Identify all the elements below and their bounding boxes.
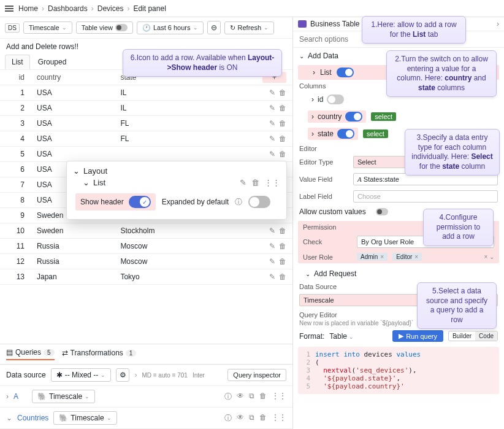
code-mode[interactable]: Code [475,331,497,341]
trash-icon[interactable]: 🗑 [279,257,286,266]
tab-transformations[interactable]: ⇄ Transformations 1 [62,349,137,360]
ds-settings-icon[interactable]: ⚙ [116,368,129,382]
list-field: List [320,68,332,77]
edit-icon[interactable]: ✎ [269,88,275,97]
info-icon[interactable]: ⓘ [235,197,242,207]
query-key-countries[interactable]: Countries [17,414,48,422]
chevron-down-icon[interactable]: ⌄ [83,178,90,187]
edit-icon[interactable]: ✎ [269,226,275,235]
callout-1: 1.Here: allow to add a row for the List … [362,16,466,44]
popup-list[interactable]: List [93,178,105,187]
chevron-right-icon[interactable]: › [311,112,314,121]
trash-icon[interactable]: 🗑 [279,226,286,235]
popup-layout[interactable]: Layout [83,166,107,176]
table-row: 5USA✎🗑 [0,147,292,162]
chevron-right-icon[interactable]: › [497,20,499,28]
add-request-section[interactable]: Add Request [314,269,356,278]
query-key-a[interactable]: A [13,392,18,401]
chevron-right-icon[interactable]: › [311,129,314,138]
editor-mode-toggle[interactable]: Builder Code [448,331,498,341]
q-c-drag-icon[interactable]: ⋮⋮ [272,413,286,423]
trash-icon[interactable]: 🗑 [279,242,286,250]
crumb-home[interactable]: Home [18,4,38,13]
table-row: 1USAIL✎🗑 [0,85,292,101]
ds-picker[interactable]: Timescale⌄ [23,21,72,34]
col-toggle[interactable] [337,129,354,139]
ds-mixed-select[interactable]: ✱ -- Mixed -- ⌄ [51,368,112,382]
query-countries-ds[interactable]: 🐘Timescale⌄ [53,411,116,425]
q-a-copy-icon[interactable]: ⧉ [249,392,254,402]
view-mode[interactable]: Table view [76,21,133,34]
drag-icon[interactable]: ⋮⋮ [264,178,280,187]
trash-icon[interactable]: 🗑 [279,150,286,158]
interval-info: Inter [193,372,205,379]
user-role-label: User Role [303,253,352,261]
edit-icon[interactable]: ✎ [240,178,246,187]
role-admin-chip[interactable]: Admin× [357,253,388,261]
chevron-down-icon[interactable]: ⌄ [299,53,304,60]
edit-icon[interactable]: ✎ [269,104,275,112]
select-badge[interactable]: select [371,112,396,121]
q-c-eye-icon[interactable]: 👁 [237,413,244,423]
table-view-toggle[interactable] [115,24,128,31]
trash-icon[interactable]: 🗑 [279,119,286,128]
col-toggle[interactable] [345,112,362,122]
allow-custom-toggle[interactable] [376,208,388,215]
chevron-down-icon[interactable]: ⌄ [6,414,12,422]
edit-icon[interactable]: ✎ [269,272,275,281]
zoom-out-icon[interactable]: ⊖ [207,21,221,34]
edit-icon[interactable]: ✎ [269,150,275,158]
chevron-right-icon[interactable]: › [313,68,315,77]
q-a-eye-icon[interactable]: 👁 [237,392,244,402]
col-id[interactable]: id [0,70,31,85]
chevron-down-icon[interactable]: ⌄ [305,271,310,277]
tab-list[interactable]: List [5,55,30,69]
tab-grouped[interactable]: Grouped [31,55,74,69]
col-toggle[interactable] [327,95,344,104]
refresh-button[interactable]: ↻ Refresh⌄ [224,21,275,34]
label-field-input[interactable]: Choose [353,190,498,203]
clear-roles[interactable]: × ⌄ [484,253,494,260]
show-header-toggle[interactable] [129,196,151,208]
q-c-info-icon[interactable]: ⓘ [224,413,232,423]
trash-icon[interactable]: 🗑 [251,178,259,187]
trash-icon[interactable]: 🗑 [279,88,286,97]
time-range[interactable]: 🕐 Last 6 hours⌄ [137,21,204,34]
list-toggle[interactable] [337,68,354,77]
edit-icon[interactable]: ✎ [269,257,275,266]
q-a-drag-icon[interactable]: ⋮⋮ [272,392,286,402]
tab-queries[interactable]: ▤ Queries 5 [6,348,55,360]
chevron-down-icon[interactable]: ⌄ [73,166,80,176]
edit-icon[interactable]: ✎ [269,242,275,250]
close-icon[interactable]: × [380,253,384,260]
q-a-trash-icon[interactable]: 🗑 [259,392,267,402]
crumb-dashboards[interactable]: Dashboards [48,4,88,13]
run-query-button[interactable]: ▶ Run query [392,330,443,342]
expanded-toggle[interactable] [248,196,270,208]
builder-mode[interactable]: Builder [449,331,475,341]
select-badge[interactable]: select [363,129,388,138]
panel-type[interactable]: Business Table [310,20,360,28]
section-add-data[interactable]: Add Data [308,52,338,60]
q-a-info-icon[interactable]: ⓘ [224,392,232,402]
q-c-trash-icon[interactable]: 🗑 [259,413,267,423]
crumb-devices[interactable]: Devices [97,4,124,13]
edit-icon[interactable]: ✎ [269,119,275,128]
value-field-label: Value Field [299,176,348,183]
chevron-right-icon[interactable]: › [6,392,9,401]
col-country[interactable]: country [31,70,114,85]
query-a-ds[interactable]: 🐘Timescale⌄ [32,390,95,403]
close-icon[interactable]: × [414,253,418,260]
role-editor-chip[interactable]: Editor× [392,253,422,261]
chevron-right-icon[interactable]: › [311,95,314,104]
query-inspector-button[interactable]: Query inspector [227,369,286,381]
format-select[interactable]: Table ⌄ [329,332,354,341]
breadcrumb: Home› Dashboards› Devices› Edit panel [18,4,166,13]
sql-editor[interactable]: 1insert into devices values 2( 3 nextval… [298,347,499,394]
q-c-copy-icon[interactable]: ⧉ [249,413,254,423]
hamburger-icon[interactable] [5,6,13,12]
edit-icon[interactable]: ✎ [269,134,275,143]
trash-icon[interactable]: 🗑 [279,272,286,281]
trash-icon[interactable]: 🗑 [279,104,286,112]
trash-icon[interactable]: 🗑 [279,134,286,143]
